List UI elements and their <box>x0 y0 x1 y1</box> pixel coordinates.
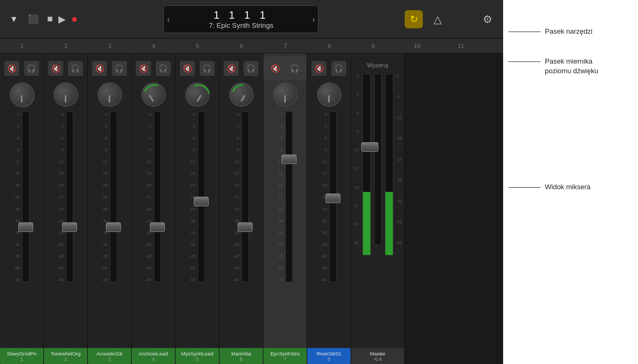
stop-button[interactable]: ■ <box>47 13 53 25</box>
svg-point-2 <box>188 85 209 106</box>
fader-track-2[interactable] <box>66 111 73 282</box>
level-meter-right <box>385 74 393 255</box>
channel-number-5: 5 <box>196 357 199 362</box>
ruler-mark-2: 2 <box>44 43 88 49</box>
fader-thumb-6[interactable] <box>238 222 253 232</box>
fader-thumb-8[interactable] <box>325 193 340 203</box>
pan-knob-3[interactable] <box>97 82 122 107</box>
channel-name-4: ArcNoisLead <box>139 351 168 357</box>
ruler-mark-10: 10 <box>395 43 439 49</box>
annotation-3: Widok miksera <box>508 182 633 192</box>
ruler-mark-5: 5 <box>176 43 219 49</box>
ruler-mark-3: 3 <box>88 43 132 49</box>
pan-knob-6[interactable] <box>229 82 254 107</box>
fader-track-8[interactable] <box>329 111 337 282</box>
annotation-text-2: Pasek miernikapoziomu dźwięku <box>545 57 598 76</box>
headphone-icon-8[interactable]: 🎧 <box>331 61 346 76</box>
channel-1-icons: 🔇 🎧 <box>0 57 43 80</box>
mute-icon-4[interactable]: 🔇 <box>136 61 151 76</box>
fader-thumb-4[interactable] <box>150 222 165 232</box>
channel-name-3: AcousticGtr <box>96 351 123 357</box>
cycle-button[interactable]: ↻ <box>405 10 423 28</box>
channel-name-2: TonewhelOrg <box>51 351 81 357</box>
pan-knob-2[interactable] <box>54 82 78 107</box>
wyzeruj-button[interactable]: Wyzeruj <box>367 62 389 68</box>
metronome-button[interactable]: △ <box>428 10 446 28</box>
master-fader-thumb[interactable] <box>361 142 378 152</box>
pan-knob-5[interactable] <box>185 82 210 107</box>
fader-thumb-3[interactable] <box>106 222 121 232</box>
toolbar-left: ▼ ⬛ <box>6 12 41 27</box>
annotation-text-3: Widok miksera <box>545 182 590 192</box>
transport-prev[interactable]: ‹ <box>167 15 170 24</box>
channel-number-7: 7 <box>284 357 286 362</box>
channel-number-1: 1 <box>20 357 23 362</box>
fader-track-5[interactable] <box>198 111 205 282</box>
headphone-icon-1[interactable]: 🎧 <box>24 61 39 76</box>
toolbar-center: ‹ 1 1 1 1 7: Epic Synth Strings › <box>82 5 400 33</box>
toolbar: ▼ ⬛ ■ ▶ ● ‹ 1 1 1 1 7: Epic Synth String… <box>0 0 503 38</box>
fader-track-3[interactable] <box>110 111 117 282</box>
channel-7: 🔇 🎧 0-3-6-9-12-15-18-21-24-30-35-40-45-5… <box>263 53 307 364</box>
headphone-icon-5[interactable]: 🎧 <box>200 61 215 76</box>
channel-3: 🔇 🎧 0-3-6-9-12-15-18-21-24-30-35-40-45-5… <box>88 53 132 364</box>
fader-area-1: 0-3-6-9-12-15-18-21-24-30-35-40-45-50-60 <box>0 109 43 348</box>
fader-thumb-2[interactable] <box>62 222 77 232</box>
library-icon[interactable]: ⬛ <box>26 12 41 27</box>
fader-track-1[interactable] <box>22 111 29 282</box>
fader-track-4[interactable] <box>154 111 161 282</box>
mute-icon-6[interactable]: 🔇 <box>224 61 239 76</box>
mute-icon-7[interactable]: 🔇 <box>268 61 283 76</box>
headphone-icon-7[interactable]: 🎧 <box>287 61 302 76</box>
record-button[interactable]: ● <box>71 13 78 25</box>
master-fader-track[interactable] <box>374 74 382 245</box>
ruler: 1 2 3 4 5 6 7 8 9 10 11 <box>0 38 503 53</box>
fader-track-6[interactable] <box>241 111 249 282</box>
play-button[interactable]: ▶ <box>58 13 66 25</box>
channel-name-5: MysSynhLead <box>181 351 213 357</box>
channel-name-7: EpcSynhStrs <box>270 351 300 357</box>
dropdown-icon[interactable]: ▼ <box>6 12 21 27</box>
channel-number-2: 2 <box>64 357 67 362</box>
master-channel: Wyzeruj 0-3-6-9-12-15-18-21-24-30 <box>351 53 405 364</box>
mute-icon-3[interactable]: 🔇 <box>92 61 107 76</box>
channel-number-3: 3 <box>108 357 111 362</box>
pan-knob-7[interactable] <box>273 82 298 107</box>
fader-thumb-7[interactable] <box>282 154 297 164</box>
channel-8: 🔇 🎧 0-3-6-9-12-15-18-21-24-30-35-40-45-5… <box>307 53 351 364</box>
mute-icon-8[interactable]: 🔇 <box>312 61 326 76</box>
headphone-icon-6[interactable]: 🎧 <box>244 61 259 76</box>
pan-knob-8[interactable] <box>317 82 341 107</box>
annotations-panel: Pasek narzędzi Pasek miernikapoziomu dźw… <box>503 0 638 364</box>
toolbar-right: ↻ △ ⚙ <box>405 10 497 28</box>
master-label: Master <box>370 351 385 357</box>
fader-track-7[interactable] <box>285 111 293 282</box>
pan-knob-4[interactable] <box>141 82 166 107</box>
headphone-icon-2[interactable]: 🎧 <box>68 61 83 76</box>
channel-4: 🔇 🎧 0-3-6-9-12-15-18-21-24-30-35-40-45-5… <box>132 53 176 364</box>
channel-number-6: 6 <box>240 357 242 362</box>
channel-number-8: 8 <box>328 357 330 362</box>
headphone-icon-3[interactable]: 🎧 <box>112 61 127 76</box>
transport-display[interactable]: ‹ 1 1 1 1 7: Epic Synth Strings › <box>163 5 318 33</box>
fader-thumb-5[interactable] <box>194 197 209 206</box>
mute-icon-5[interactable]: 🔇 <box>180 61 195 76</box>
ruler-mark-9: 9 <box>351 43 395 49</box>
mute-icon-1[interactable]: 🔇 <box>4 61 19 76</box>
channel-name-1: StiwyGrndPn <box>7 351 36 357</box>
master-value: -0.4 <box>374 357 382 362</box>
channel-1: 🔇 🎧 0-3-6-9-12-15-18-21-24-30-35-40-45-5… <box>0 53 44 364</box>
mixer-channels: 🔇 🎧 0-3-6-9-12-15-18-21-24-30-35-40-45-5… <box>0 53 503 364</box>
mute-icon-2[interactable]: 🔇 <box>48 61 63 76</box>
svg-point-1 <box>144 85 165 106</box>
pan-knob-1[interactable] <box>10 82 34 107</box>
headphone-icon-4[interactable]: 🎧 <box>156 61 171 76</box>
ruler-mark-8: 8 <box>307 43 351 49</box>
ruler-mark-6: 6 <box>219 43 263 49</box>
channel-name-8: RiverGtr01 <box>317 351 341 357</box>
ruler-mark-4: 4 <box>132 43 176 49</box>
transport-next[interactable]: › <box>313 15 315 24</box>
settings-button[interactable]: ⚙ <box>478 10 497 28</box>
channel-number-4: 4 <box>152 357 155 362</box>
fader-thumb-1[interactable] <box>18 222 33 232</box>
